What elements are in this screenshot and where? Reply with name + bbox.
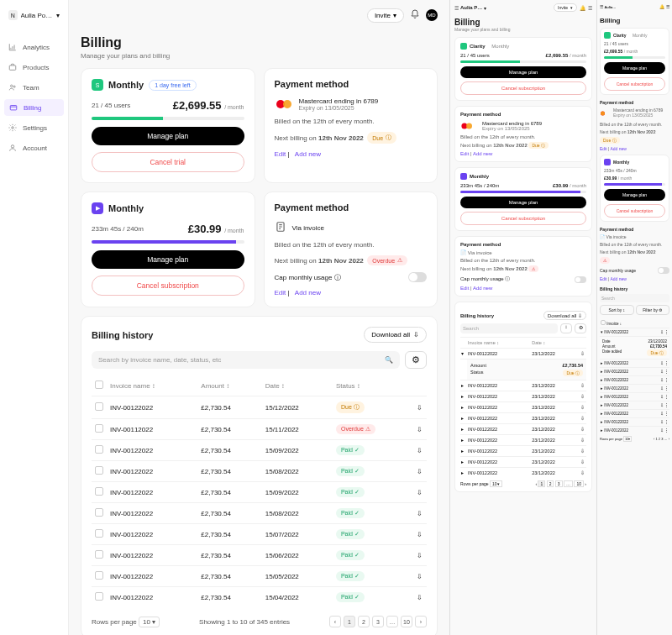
table-row[interactable]: ▸ INV-00122022⇩ ⋮ [600, 427, 669, 435]
manage-plan-button[interactable]: Manage plan [460, 197, 586, 208]
row-checkbox[interactable] [95, 487, 103, 496]
table-row[interactable]: ▸INV-0012202223/12/2022⇩ [460, 391, 586, 402]
download-row-button[interactable]: ⇩ [413, 461, 427, 482]
download-all-button[interactable]: Download all⇩ [364, 327, 427, 343]
row-checkbox[interactable] [95, 424, 103, 433]
row-checkbox[interactable] [95, 529, 103, 538]
add-pm-link[interactable]: Add new [473, 151, 492, 156]
cancel-subscription-button[interactable]: Cancel subscription [604, 77, 665, 91]
download-row-button[interactable]: ⇩ [413, 396, 427, 419]
rpp-select[interactable]: 10 ▾ [139, 617, 160, 627]
cap-usage-toggle[interactable] [658, 267, 669, 274]
add-pm-link[interactable]: Add new [295, 150, 321, 158]
edit-pm-link[interactable]: Edit [275, 289, 286, 297]
menu-icon[interactable]: ☰ [588, 5, 592, 11]
table-row[interactable]: ▸ INV-00122022⇩ ⋮ [600, 376, 669, 385]
row-checkbox[interactable] [95, 592, 103, 601]
row-checkbox[interactable] [95, 571, 103, 580]
page-button[interactable]: 2 [358, 616, 370, 627]
edit-pm-link[interactable]: Edit [600, 146, 607, 151]
download-row-button[interactable]: ⇩ [413, 482, 427, 503]
col-invoice[interactable]: Invoice name ↕ [107, 375, 197, 396]
download-all-button[interactable]: Download all ⇩ [543, 311, 586, 320]
page-button[interactable]: … [386, 616, 398, 627]
manage-plan-button[interactable]: Manage plan [92, 250, 244, 269]
sort-button[interactable]: ↕ [560, 323, 572, 333]
cancel-subscription-button[interactable]: Cancel subscription [604, 204, 665, 218]
workspace-switcher[interactable]: ☰ Aulía… [600, 4, 616, 9]
cancel-subscription-button[interactable]: Cancel subscription [460, 81, 586, 95]
filter-button[interactable]: ⚙ [405, 351, 427, 369]
prev-page-button[interactable]: ‹ [329, 616, 341, 627]
sidebar-item-billing[interactable]: Billing [4, 99, 64, 116]
table-row[interactable]: ▾ INV-00122022⇩ ⋮ [600, 328, 669, 337]
add-pm-link[interactable]: Add new [610, 146, 626, 151]
add-pm-link[interactable]: Add new [473, 286, 492, 291]
menu-icon[interactable]: ☰ [666, 4, 669, 9]
bell-icon[interactable]: 🔔 [580, 5, 585, 11]
table-row[interactable]: ▸INV-0012202223/12/2022⇩ [460, 424, 586, 435]
row-checkbox[interactable] [95, 550, 103, 559]
filter-button[interactable]: ⚙ [575, 323, 586, 333]
sort-button[interactable]: Sort by ↕ [600, 305, 634, 315]
download-row-button[interactable]: ⇩ [413, 419, 427, 440]
table-row[interactable]: ▾INV-0012202223/12/2022⇩ [460, 349, 586, 359]
col-date[interactable]: Date ↕ [531, 338, 580, 349]
edit-pm-link[interactable]: Edit [460, 286, 469, 291]
sidebar-item-products[interactable]: Products [0, 59, 68, 76]
col-amount[interactable]: Amount ↕ [197, 375, 261, 396]
invite-button[interactable]: Invite ▾ [554, 3, 577, 12]
table-row[interactable]: ▸INV-0012202223/12/2022⇩ [460, 435, 586, 446]
row-checkbox[interactable] [95, 466, 103, 475]
manage-plan-button[interactable]: Manage plan [604, 189, 665, 201]
cancel-trial-button[interactable]: Cancel trial [92, 152, 244, 172]
col-status[interactable]: Status ↕ [333, 375, 413, 396]
filter-button[interactable]: Filter by ⚙ [636, 305, 670, 315]
rpp-select[interactable]: 10▾ [623, 436, 632, 442]
cap-usage-toggle[interactable] [575, 276, 586, 283]
invite-button[interactable]: Invite▾ [367, 8, 404, 23]
cap-usage-toggle[interactable] [408, 272, 427, 282]
cancel-subscription-button[interactable]: Cancel subscription [92, 276, 244, 296]
table-row[interactable]: ▸ INV-00122022⇩ ⋮ [600, 393, 669, 401]
edit-pm-link[interactable]: Edit [460, 151, 469, 156]
table-row[interactable]: ▸ INV-00122022⇩ ⋮ [600, 368, 669, 376]
avatar[interactable]: MD [426, 9, 438, 21]
sidebar-item-team[interactable]: Team [0, 79, 68, 96]
sidebar-item-analytics[interactable]: Analytics [0, 39, 68, 55]
add-pm-link[interactable]: Add new [295, 289, 321, 297]
bell-icon[interactable]: 🔔 [659, 4, 664, 9]
page-button[interactable]: 1 [344, 616, 355, 627]
download-row-button[interactable]: ⇩ [413, 587, 427, 608]
add-pm-link[interactable]: Add new [610, 276, 626, 281]
download-row-button[interactable]: ⇩ [413, 503, 427, 524]
edit-pm-link[interactable]: Edit [275, 150, 286, 158]
select-all-checkbox[interactable] [95, 380, 103, 389]
table-row[interactable]: ▸ INV-00122022⇩ ⋮ [600, 418, 669, 427]
page-button[interactable]: 3 [372, 616, 384, 627]
table-row[interactable]: ▸INV-0012202223/12/2022⇩ [460, 446, 586, 457]
search-input[interactable]: Search [460, 323, 558, 333]
table-row[interactable]: ▸INV-0012202223/12/2022⇩ [460, 457, 586, 468]
download-row-button[interactable]: ⇩ [413, 440, 427, 461]
cancel-subscription-button[interactable]: Cancel subscription [460, 212, 586, 225]
workspace-switcher[interactable]: N Aulia Post… ▾ [0, 7, 68, 24]
search-input[interactable]: Search [600, 294, 669, 302]
download-row-button[interactable]: ⇩ [413, 566, 427, 587]
table-row[interactable]: ▸ INV-00122022⇩ ⋮ [600, 401, 669, 410]
table-row[interactable]: ▸ INV-00122022⇩ ⋮ [600, 410, 669, 418]
search-input[interactable]: Search by invoice name, date, status, et… [92, 351, 400, 369]
workspace-switcher[interactable]: ☰ Aulía P… ▾ [454, 5, 486, 11]
edit-pm-link[interactable]: Edit [600, 276, 607, 281]
sidebar-item-account[interactable]: Account [0, 139, 68, 156]
table-row[interactable]: ▸ INV-00122022⇩ ⋮ [600, 385, 669, 393]
rpp-select[interactable]: 10▾ [490, 480, 502, 487]
page-button[interactable]: 10 [401, 616, 412, 627]
row-checkbox[interactable] [95, 402, 103, 411]
bell-icon[interactable] [410, 9, 420, 21]
table-row[interactable]: ▸ INV-00122022⇩ ⋮ [600, 359, 669, 368]
manage-plan-button[interactable]: Manage plan [460, 66, 586, 78]
next-page-button[interactable]: › [415, 616, 427, 627]
table-row[interactable]: ▸INV-0012202223/12/2022⇩ [460, 402, 586, 413]
sidebar-item-settings[interactable]: Settings [0, 119, 68, 136]
